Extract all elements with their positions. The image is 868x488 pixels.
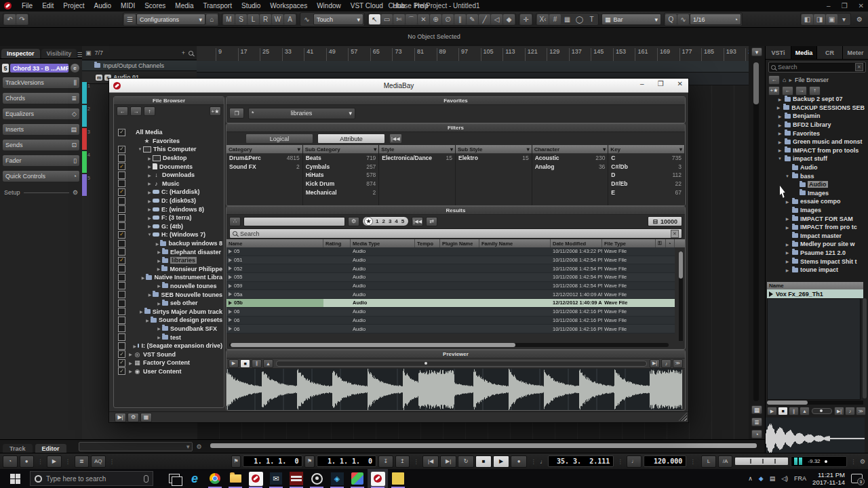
- media-tree-item-audio[interactable]: Audio: [766, 163, 865, 172]
- punch-out-button[interactable]: ↥: [395, 455, 410, 468]
- mute-button[interactable]: m: [96, 75, 102, 81]
- menu-scores[interactable]: Scores: [140, 2, 170, 9]
- stop-button[interactable]: ■: [475, 455, 492, 468]
- rating-2[interactable]: 2: [382, 218, 384, 224]
- result-row-055[interactable]: 055Audio10/11/2008 1:42:54 PMWave File: [226, 273, 685, 282]
- filter-column-header[interactable]: Key▾: [608, 145, 684, 154]
- preview-play-button[interactable]: ▶: [229, 359, 239, 368]
- file-tree-item-vst-sound[interactable]: ✓▶◎VST Sound: [115, 350, 222, 359]
- reset-result-filters-button[interactable]: |◀◀: [412, 217, 423, 226]
- filter-column-header[interactable]: Category▾: [226, 145, 302, 154]
- tab-inspector[interactable]: Inspector: [1, 49, 40, 58]
- undo-button[interactable]: ↶: [4, 14, 16, 24]
- checkbox[interactable]: [118, 274, 125, 281]
- back-button[interactable]: ←: [782, 86, 793, 96]
- transport-gear-icon[interactable]: ⚙: [860, 458, 865, 465]
- expand-arrow-icon[interactable]: ▶: [785, 216, 790, 221]
- file-tree-item-backup-windows-8[interactable]: ▶backup windows 8: [115, 239, 222, 248]
- file-tree-item-this-computer[interactable]: ✓▼This Computer: [115, 145, 222, 154]
- up-button[interactable]: ↑: [809, 86, 821, 96]
- media-tree-item-toune-impact[interactable]: ▶toune impact: [766, 266, 865, 274]
- horizontal-scroll-thumb[interactable]: [767, 401, 808, 405]
- tab-media[interactable]: Media: [791, 46, 817, 59]
- media-tree-item-backup-2-sept-07[interactable]: ▶Backup 2 sept 07: [766, 95, 865, 104]
- result-row-05[interactable]: 05Audio10/11/2008 1:43:22 PMWave File: [226, 247, 685, 256]
- results-gear-icon[interactable]: ⚙: [348, 217, 359, 226]
- filter-value-row[interactable]: D112: [608, 171, 684, 180]
- file-list-scrollbar[interactable]: [863, 298, 867, 399]
- expand-arrow-icon[interactable]: ▼: [146, 232, 153, 237]
- menu-studio[interactable]: Studio: [237, 2, 265, 9]
- sticky-notes-icon[interactable]: [388, 469, 408, 488]
- preview-volume-slider[interactable]: [812, 408, 832, 414]
- media-tree-item-impact-stuff[interactable]: ▼impact stuff: [766, 155, 865, 163]
- inspector-section-quick-controls[interactable]: Quick Controls◔: [2, 170, 80, 182]
- checkbox[interactable]: [118, 308, 125, 315]
- layout-grid-icon[interactable]: ▦: [140, 413, 152, 422]
- file-tree-item-libraries[interactable]: ✓▶libraries: [115, 256, 222, 265]
- file-tree-item-test[interactable]: ▶test: [115, 333, 222, 342]
- column-header-name[interactable]: Name: [226, 239, 323, 247]
- range-selection-tool[interactable]: ▭: [381, 14, 393, 24]
- lower-gear-icon[interactable]: ⚙: [197, 443, 202, 450]
- file-explorer-icon[interactable]: [225, 469, 245, 488]
- filter-column-header[interactable]: Style▾: [379, 145, 455, 154]
- checkbox[interactable]: [118, 180, 125, 187]
- rating-3[interactable]: 3: [389, 218, 391, 224]
- preview-wedge-button[interactable]: ▲: [800, 407, 810, 415]
- menu-project[interactable]: Project: [58, 2, 89, 9]
- inspector-section-trackversions[interactable]: TrackVersions⫼: [2, 77, 80, 89]
- setup-gear-icon[interactable]: ⚙: [73, 189, 78, 196]
- add-track-button[interactable]: +: [182, 49, 185, 56]
- checkbox[interactable]: [118, 282, 125, 289]
- taskbar-clock[interactable]: 11:21 PM 2017-11-14: [812, 471, 845, 486]
- expand-arrow-icon[interactable]: ▶: [156, 249, 162, 254]
- cubase-file-icon[interactable]: [245, 469, 266, 488]
- expand-arrow-icon[interactable]: ▶: [127, 369, 134, 373]
- expand-arrow-icon[interactable]: ▶: [146, 216, 153, 220]
- left-locator-display[interactable]: 1. 1. 1. 0: [243, 455, 302, 467]
- checkbox[interactable]: [118, 291, 125, 298]
- goto-end-button[interactable]: ▶|: [440, 455, 456, 468]
- expand-arrow-icon[interactable]: ▶: [146, 190, 153, 195]
- file-tree-item-downloads[interactable]: ▶↓Downloads: [115, 171, 222, 180]
- expand-arrow-icon[interactable]: ▼: [777, 157, 783, 161]
- expand-arrow-icon[interactable]: ▶: [156, 335, 162, 340]
- inspector-section-sends[interactable]: Sends⊡: [2, 139, 80, 151]
- filter-value-row[interactable]: HiHats578: [303, 171, 379, 180]
- expand-arrow-icon[interactable]: ▶: [146, 173, 153, 178]
- media-tree-item-impact-from-pro-tc[interactable]: ▶IMPACT from pro tc: [766, 223, 865, 232]
- expand-arrow-icon[interactable]: ▶: [785, 225, 790, 230]
- expand-arrow-icon[interactable]: ▶: [127, 361, 134, 365]
- automation-l-button[interactable]: L: [248, 14, 259, 24]
- media-tree-item-bfd2-library[interactable]: ▶BFD2 Library: [766, 121, 865, 129]
- filter-value-row[interactable]: C735: [608, 154, 684, 163]
- io-channels-row[interactable]: Input/Output Channels: [82, 60, 197, 71]
- checkbox[interactable]: ✓: [118, 146, 125, 153]
- action-center-icon[interactable]: 3: [851, 474, 863, 483]
- start-button[interactable]: [0, 469, 30, 488]
- home-workspace-icon[interactable]: ⌂: [206, 14, 218, 24]
- forward-button[interactable]: →: [795, 86, 807, 96]
- taskbar-search-input[interactable]: Type here to search: [30, 471, 153, 486]
- volume-icon[interactable]: ◁): [781, 475, 788, 482]
- play-on-select-button[interactable]: ♪: [661, 359, 671, 368]
- result-row-05a[interactable]: 05aAudio12/12/2012 1:40:09 AMWave File: [226, 290, 685, 299]
- left-locator-flag-icon[interactable]: ⚑: [231, 455, 241, 468]
- chrome-icon[interactable]: [205, 469, 225, 488]
- column-header-icon[interactable]: ⚿: [656, 239, 666, 247]
- file-tree-item-favorites[interactable]: ★Favorites: [115, 137, 222, 146]
- results-search-input[interactable]: Search ✕: [229, 228, 682, 239]
- language-indicator[interactable]: FRA: [794, 475, 806, 482]
- menu-hub[interactable]: Hub: [388, 2, 410, 9]
- column-header-tempo[interactable]: Tempo: [415, 239, 440, 247]
- menu-audio[interactable]: Audio: [89, 2, 116, 9]
- menu-help[interactable]: Help: [410, 2, 433, 9]
- preview-stop-button[interactable]: ■: [778, 407, 788, 415]
- media-tree-item-psaume-121-2-0[interactable]: ▶Psaume 121 2.0: [766, 249, 865, 258]
- result-row-059[interactable]: 059Audio10/11/2008 1:42:54 PMWave File: [226, 282, 685, 291]
- preview-pause-button[interactable]: ∥: [252, 359, 262, 368]
- expand-arrow-icon[interactable]: ▶: [777, 114, 783, 119]
- media-tree-item-impact-master[interactable]: Impact master: [766, 232, 865, 241]
- filter-value-row[interactable]: Analog36: [532, 163, 608, 171]
